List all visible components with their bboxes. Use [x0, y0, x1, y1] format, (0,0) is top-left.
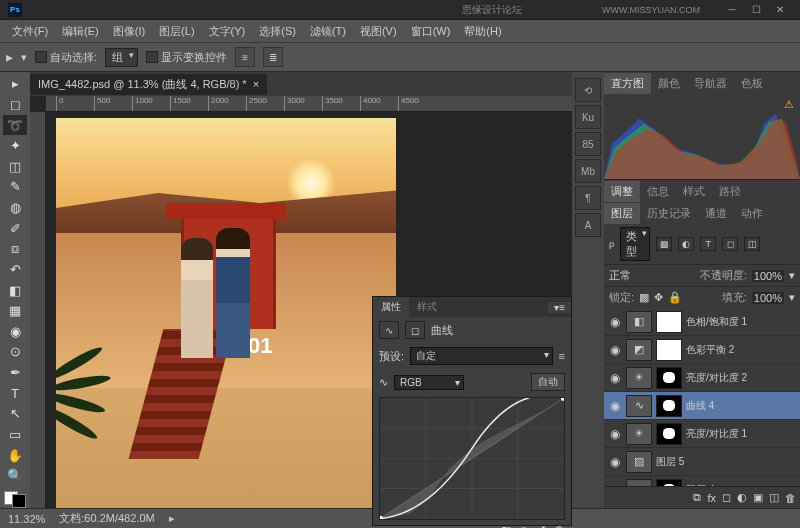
clip-icon[interactable]: ◧ [501, 524, 511, 528]
histogram-warning-icon[interactable]: ⚠ [784, 98, 794, 111]
lasso-tool[interactable]: ➰ [3, 115, 27, 135]
lock-pixels-icon[interactable]: ▩ [639, 291, 649, 304]
close-tab-icon[interactable]: × [253, 78, 259, 90]
side-character-icon[interactable]: A [575, 213, 601, 237]
document-tab[interactable]: IMG_4482.psd @ 11.3% (曲线 4, RGB/8) *× [30, 74, 267, 95]
tab-info[interactable]: 信息 [640, 181, 676, 202]
align-icon[interactable]: ≡ [235, 47, 255, 67]
tab-histogram[interactable]: 直方图 [604, 73, 651, 94]
close-button[interactable]: ✕ [768, 3, 792, 17]
menu-filter[interactable]: 滤镜(T) [304, 22, 352, 41]
auto-select-dropdown[interactable]: 组 [105, 48, 138, 67]
tab-paths[interactable]: 路径 [712, 181, 748, 202]
filter-adj-icon[interactable]: ◐ [678, 237, 694, 251]
filter-shape-icon[interactable]: ◻ [722, 237, 738, 251]
filter-pixel-icon[interactable]: ▩ [656, 237, 672, 251]
layer-row[interactable]: ◉∿曲线 4 [604, 392, 800, 420]
curves-tool-icon[interactable]: ∿ [379, 376, 388, 389]
fill-value[interactable]: 100% [752, 292, 784, 304]
panel-menu-icon[interactable]: ▾≡ [548, 302, 571, 313]
side-mb-icon[interactable]: Mb [575, 159, 601, 183]
tab-history[interactable]: 历史记录 [640, 203, 698, 224]
status-arrow-icon[interactable]: ▸ [169, 512, 175, 525]
mask-icon[interactable]: ◻ [405, 321, 425, 339]
reset-icon[interactable]: ↺ [537, 524, 546, 528]
align-icon-2[interactable]: ≣ [263, 47, 283, 67]
auto-button[interactable]: 自动 [531, 373, 565, 391]
eyedropper-tool[interactable]: ✎ [3, 177, 27, 197]
side-kuler-icon[interactable]: Ku [575, 105, 601, 129]
delete-adj-icon[interactable]: 🗑 [554, 524, 565, 528]
maximize-button[interactable]: ☐ [744, 3, 768, 17]
menu-select[interactable]: 选择(S) [253, 22, 302, 41]
zoom-tool[interactable]: 🔍 [3, 466, 27, 486]
tab-adjustments[interactable]: 调整 [604, 181, 640, 202]
side-history-icon[interactable]: ⟲ [575, 78, 601, 102]
tab-channels[interactable]: 通道 [698, 203, 734, 224]
visibility-icon[interactable]: ◉ [608, 455, 622, 469]
layer-row[interactable]: ◉◩色彩平衡 2 [604, 336, 800, 364]
layer-row[interactable]: ◉◧色相/饱和度 1 [604, 308, 800, 336]
menu-view[interactable]: 视图(V) [354, 22, 403, 41]
dodge-tool[interactable]: ⊙ [3, 342, 27, 362]
new-adj-icon[interactable]: ◐ [737, 491, 747, 504]
link-layers-icon[interactable]: ⧉ [693, 491, 701, 504]
gradient-tool[interactable]: ▦ [3, 301, 27, 321]
preset-dropdown[interactable]: 自定 [410, 347, 553, 365]
side-paragraph-icon[interactable]: ¶ [575, 186, 601, 210]
color-swatch[interactable] [4, 491, 26, 509]
tab-styles-2[interactable]: 样式 [409, 297, 445, 317]
layer-row[interactable]: ◉☀亮度/对比度 1 [604, 420, 800, 448]
hand-tool[interactable]: ✋ [3, 445, 27, 465]
stamp-tool[interactable]: ⧈ [3, 239, 27, 259]
dropdown-icon[interactable]: ▾ [21, 51, 27, 64]
visibility-icon[interactable]: ◉ [608, 427, 622, 441]
new-layer-icon[interactable]: ◫ [769, 491, 779, 504]
layer-row[interactable]: ◉■图层 4 [604, 476, 800, 486]
lock-all-icon[interactable]: 🔒 [668, 291, 682, 304]
auto-select-checkbox[interactable]: 自动选择: [35, 50, 97, 65]
layer-kind-dropdown[interactable]: 类型 [620, 227, 650, 261]
type-tool[interactable]: T [3, 383, 27, 403]
view-prev-icon[interactable]: ◉ [519, 524, 529, 528]
tab-layers[interactable]: 图层 [604, 203, 640, 224]
shape-tool[interactable]: ▭ [3, 425, 27, 445]
filter-smart-icon[interactable]: ◫ [744, 237, 760, 251]
menu-window[interactable]: 窗口(W) [405, 22, 457, 41]
visibility-icon[interactable]: ◉ [608, 399, 622, 413]
blend-mode-dropdown[interactable]: 正常 [609, 268, 695, 283]
tab-properties[interactable]: 属性 [373, 297, 409, 317]
delete-layer-icon[interactable]: 🗑 [785, 492, 796, 504]
tab-swatches[interactable]: 色板 [734, 73, 770, 94]
menu-file[interactable]: 文件(F) [6, 22, 54, 41]
healing-tool[interactable]: ◍ [3, 198, 27, 218]
move-tool[interactable]: ▸ [3, 74, 27, 94]
curves-graph[interactable] [379, 397, 565, 520]
filter-type-icon[interactable]: T [700, 237, 716, 251]
zoom-level[interactable]: 11.32% [8, 513, 45, 525]
visibility-icon[interactable]: ◉ [608, 371, 622, 385]
menu-image[interactable]: 图像(I) [107, 22, 151, 41]
wand-tool[interactable]: ✦ [3, 136, 27, 156]
marquee-tool[interactable]: ◻ [3, 95, 27, 115]
lock-position-icon[interactable]: ✥ [654, 291, 663, 304]
new-group-icon[interactable]: ▣ [753, 491, 763, 504]
menu-edit[interactable]: 编辑(E) [56, 22, 105, 41]
visibility-icon[interactable]: ◉ [608, 343, 622, 357]
side-85-icon[interactable]: 85 [575, 132, 601, 156]
tab-navigator[interactable]: 导航器 [687, 73, 734, 94]
path-tool[interactable]: ↖ [3, 404, 27, 424]
layer-row[interactable]: ◉▨图层 5 [604, 448, 800, 476]
blur-tool[interactable]: ◉ [3, 322, 27, 342]
menu-type[interactable]: 文字(Y) [203, 22, 252, 41]
channel-dropdown[interactable]: RGB [394, 375, 464, 390]
menu-layer[interactable]: 图层(L) [153, 22, 200, 41]
show-transform-checkbox[interactable]: 显示变换控件 [146, 50, 227, 65]
pen-tool[interactable]: ✒ [3, 363, 27, 383]
layer-fx-icon[interactable]: fx [707, 492, 716, 504]
visibility-icon[interactable]: ◉ [608, 315, 622, 329]
menu-help[interactable]: 帮助(H) [458, 22, 507, 41]
tab-styles[interactable]: 样式 [676, 181, 712, 202]
crop-tool[interactable]: ◫ [3, 157, 27, 177]
eraser-tool[interactable]: ◧ [3, 280, 27, 300]
